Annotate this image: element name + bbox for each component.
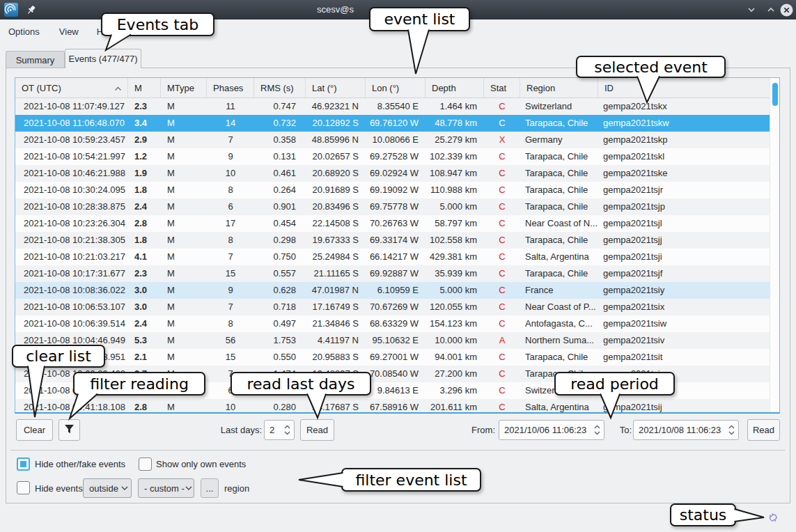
spinner-arrows-icon[interactable] <box>590 425 604 435</box>
menu-options[interactable]: Options <box>7 24 41 40</box>
cell-region: Tarapaca, Chile <box>520 265 598 282</box>
table-row[interactable]: 2021-10-08 10:28:38.8752.4M60.90120.8349… <box>15 198 770 215</box>
cell-lon: 69.92887 W <box>366 265 426 282</box>
table-row[interactable]: 2021-10-08 10:59:23.4572.9M70.35848.8599… <box>15 132 770 148</box>
cell-rms: 0.628 <box>254 282 306 299</box>
table-row[interactable]: 2021-10-08 10:46:21.9881.9M100.46120.689… <box>15 165 770 182</box>
clear-button[interactable]: Clear <box>16 419 53 441</box>
table-row[interactable]: 2021-10-08 10:03:23.9512.1M150.55020.958… <box>15 349 770 366</box>
table-row[interactable]: 2021-10-08 10:30:24.0951.8M80.26420.9168… <box>15 182 770 198</box>
cell-m: 1.8 <box>128 232 161 249</box>
cell-stat: C <box>484 299 520 315</box>
close-button[interactable] <box>779 2 794 17</box>
inside-outside-dropdown[interactable]: outside <box>83 478 132 498</box>
column-header-lon[interactable]: Lon (°) <box>366 78 426 97</box>
cell-m: 2.3 <box>128 265 161 282</box>
table-row[interactable]: 2021-10-08 10:17:31.6772.3M150.55721.111… <box>15 265 770 282</box>
cell-lon: 69.75778 W <box>366 198 426 215</box>
cell-m: 2.3 <box>128 98 161 115</box>
inside-outside-value: outside <box>84 483 118 494</box>
hide-events-label: Hide events <box>35 483 83 494</box>
column-header-stat[interactable]: Stat <box>484 78 520 97</box>
table-row[interactable]: 2021-10-08 10:23:26.3042.8M170.45422.145… <box>15 215 770 232</box>
tab-events[interactable]: Events (477/477) <box>65 49 141 68</box>
column-header-ot[interactable]: OT (UTC) <box>15 78 128 97</box>
table-row[interactable]: 2021-10-08 11:06:48.0703.4M140.73220.128… <box>15 115 770 132</box>
cell-phases: 8 <box>207 232 254 249</box>
hide-other-fake-events-checkbox[interactable] <box>17 457 30 471</box>
table-row[interactable]: 2021-10-08 10:06:39.5142.4M80.49721.3484… <box>15 315 770 332</box>
cell-rms: 0.718 <box>254 299 306 315</box>
column-header-m[interactable]: M <box>128 78 161 97</box>
table-row[interactable]: 2021-10-08 10:21:38.3051.8M80.29819.6733… <box>15 232 770 249</box>
table-body: 2021-10-08 11:07:49.1272.3M110.74746.923… <box>15 98 770 414</box>
region-preset-dropdown[interactable]: - custom - <box>138 478 194 498</box>
cell-depth: 58.797 km <box>426 215 484 232</box>
filter-reading-button[interactable] <box>58 419 80 441</box>
column-header-depth[interactable]: Depth <box>426 78 484 97</box>
cell-m: 3.0 <box>128 282 161 299</box>
tab-summary[interactable]: Summary <box>6 51 65 68</box>
cell-rms: 0.264 <box>254 182 306 198</box>
cell-rms: 0.557 <box>254 265 306 282</box>
from-datetime-value: 2021/10/06 11:06:23 <box>499 425 590 435</box>
cell-phases: 6 <box>207 198 254 215</box>
minimize-button[interactable] <box>744 2 759 17</box>
last-days-spinbox[interactable]: 2 <box>264 420 295 440</box>
column-header-rms[interactable]: RMS (s) <box>254 78 306 97</box>
cell-stat: C <box>484 382 520 399</box>
hide-events-checkbox[interactable] <box>17 481 30 494</box>
column-header-id[interactable]: ID <box>598 78 770 97</box>
read-last-days-button[interactable]: Read <box>300 419 334 441</box>
cell-m: 2.4 <box>128 315 161 332</box>
column-header-mtype[interactable]: MType <box>161 78 207 97</box>
menu-view[interactable]: View <box>58 24 80 40</box>
to-datetime-field[interactable]: 2021/10/08 11:06:23 <box>633 420 739 440</box>
table-row[interactable]: 2021-10-08 10:08:36.0223.0M90.62847.0198… <box>15 282 770 299</box>
vertical-scrollbar[interactable] <box>770 78 779 412</box>
table-row[interactable]: 2021-10-08 11:07:49.1272.3M110.74746.923… <box>15 98 770 115</box>
read-period-button[interactable]: Read <box>747 419 780 441</box>
cell-ot: 2021-10-08 11:06:48.070 <box>15 115 128 132</box>
maximize-button[interactable] <box>763 2 779 17</box>
table-row[interactable]: 2021-10-08 09:41:18.1082.8M100.28024.176… <box>15 399 770 414</box>
cell-lat: 20.83496 S <box>306 198 366 215</box>
cell-mtype: M <box>161 148 207 165</box>
cell-phases: 7 <box>207 132 254 148</box>
column-header-region[interactable]: Region <box>520 78 598 97</box>
show-only-own-events-checkbox[interactable] <box>139 457 152 471</box>
spinner-arrows-icon[interactable] <box>724 425 738 435</box>
cell-region: Tarapaca, Chile <box>520 198 598 215</box>
spinner-arrows-icon[interactable] <box>280 425 294 435</box>
table-row[interactable]: 2021-10-08 10:04:46.9495.3M561.7534.4119… <box>15 332 770 349</box>
cell-region: Northern Suma... <box>520 332 598 349</box>
hide-other-fake-events-label: Hide other/fake events <box>35 459 125 469</box>
show-only-own-events-label: Show only own events <box>156 459 246 469</box>
region-label: region <box>224 483 249 494</box>
table-row[interactable]: 2021-10-08 10:06:53.1073.0M70.71817.1674… <box>15 299 770 315</box>
cell-mtype: M <box>161 132 207 148</box>
from-datetime-field[interactable]: 2021/10/06 11:06:23 <box>499 420 604 440</box>
cell-ot: 2021-10-08 10:08:36.022 <box>15 282 128 299</box>
cell-m: 1.8 <box>128 182 161 198</box>
cell-depth: 94.001 km <box>426 349 484 366</box>
table-row[interactable]: 2021-10-08 10:54:21.9971.2M90.13120.0265… <box>15 148 770 165</box>
scrollbar-thumb[interactable] <box>772 83 778 106</box>
column-header-phases[interactable]: Phases <box>207 78 254 97</box>
cell-lon: 8.35540 E <box>366 98 426 115</box>
connection-status-icon[interactable] <box>766 510 780 524</box>
column-header-label: M <box>134 83 142 93</box>
cell-phases: 14 <box>207 115 254 132</box>
window-title: scesv@s <box>317 4 354 15</box>
cell-depth: 25.279 km <box>426 132 484 148</box>
cell-phases: 15 <box>207 349 254 366</box>
column-header-label: Depth <box>432 83 456 93</box>
table-row[interactable]: 2021-10-08 10:21:03.2174.1M70.75025.2498… <box>15 249 770 265</box>
cell-phases: 9 <box>207 282 254 299</box>
cell-lat: 17.16749 S <box>306 299 366 315</box>
column-header-lat[interactable]: Lat (°) <box>306 78 366 97</box>
cell-region: Antofagasta, C... <box>520 315 598 332</box>
pin-icon[interactable] <box>25 3 38 16</box>
cell-lat: 20.95883 S <box>306 349 366 366</box>
region-more-button[interactable]: ... <box>201 478 219 498</box>
